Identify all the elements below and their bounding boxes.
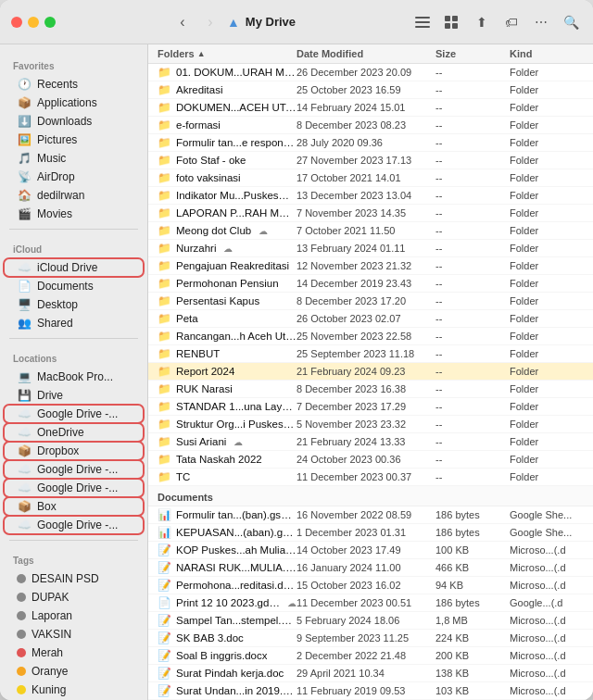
table-row[interactable]: 📁 LAPORAN P...RAH MULIA 7 November 2023 … bbox=[148, 205, 593, 222]
table-row[interactable]: 📁 Rancangan...h Aceh Utara 25 November 2… bbox=[148, 328, 593, 345]
table-row[interactable]: 📝 KOP Puskes...ah Mulia.doc 14 October 2… bbox=[148, 542, 593, 559]
table-row[interactable]: 📁 01. DOKUM...URAH MULIA 26 December 202… bbox=[148, 64, 593, 81]
table-row[interactable]: 📁 Formulir tan...e responses) 28 July 20… bbox=[148, 134, 593, 152]
file-kind: Microso...(.d bbox=[510, 544, 584, 556]
sidebar-item-documents[interactable]: 📄 Documents bbox=[4, 277, 144, 295]
file-kind: Folder bbox=[510, 84, 584, 95]
file-name-text: Print 12 10 2023.gdoc bbox=[176, 597, 280, 608]
sidebar-icon-google-drive-3: ☁️ bbox=[17, 481, 32, 494]
sidebar-label-oranye: Oranye bbox=[32, 665, 68, 678]
file-size: -- bbox=[435, 313, 510, 324]
table-row[interactable]: 📁 RENBUT 25 September 2023 11.18 -- Fold… bbox=[148, 345, 593, 363]
file-size: -- bbox=[435, 155, 510, 166]
table-row[interactable]: 📁 Meong dot Club ☁ 7 October 2021 11.50 … bbox=[148, 222, 593, 240]
table-row[interactable]: 📁 RUK Narasi 8 December 2023 16.38 -- Fo… bbox=[148, 381, 593, 398]
sidebar-item-dropbox[interactable]: 📦 Dropbox bbox=[4, 442, 144, 460]
table-row[interactable]: 📊 KEPUASAN...(aban).gsheet 1 December 20… bbox=[148, 524, 593, 542]
folder-icon: 📁 bbox=[158, 224, 171, 237]
col-name[interactable]: Folders ▲ bbox=[158, 48, 296, 59]
file-name-text: Surat Pindah kerja.doc bbox=[176, 668, 284, 679]
sidebar-item-dedilrwan[interactable]: 🏠 dedilrwan bbox=[4, 186, 144, 205]
table-row[interactable]: 📁 Struktur Org...i Puskesmas 5 November … bbox=[148, 416, 593, 433]
file-name-cell: 📝 Surat Pindah kerja.doc bbox=[158, 667, 296, 680]
tag-button[interactable]: 🏷 bbox=[500, 11, 523, 33]
sidebar-item-kuning[interactable]: Kuning bbox=[4, 681, 144, 699]
file-kind: Folder bbox=[510, 190, 584, 201]
list-view-button[interactable] bbox=[411, 11, 434, 33]
sidebar-item-merah[interactable]: Merah bbox=[4, 644, 144, 662]
sidebar-item-music[interactable]: 🎵 Music bbox=[4, 149, 144, 168]
table-row[interactable]: 📝 Soal B inggris.docx 2 December 2022 21… bbox=[148, 647, 593, 665]
sidebar-item-airdrop[interactable]: 📡 AirDrop bbox=[4, 168, 144, 186]
table-row[interactable]: 📝 SK BAB 3.doc 9 September 2023 11.25 22… bbox=[148, 630, 593, 647]
file-kind: Google She... bbox=[510, 527, 584, 538]
tags-label: Tags bbox=[0, 546, 147, 569]
sidebar-item-pictures[interactable]: 🖼️ Pictures bbox=[4, 131, 144, 149]
table-row[interactable]: 📁 Tata Naskah 2022 24 October 2023 00.36… bbox=[148, 451, 593, 469]
search-button[interactable]: 🔍 bbox=[560, 11, 582, 33]
sidebar-item-desktop[interactable]: 🖥️ Desktop bbox=[4, 295, 144, 314]
col-size[interactable]: Size bbox=[435, 48, 510, 59]
sidebar-item-downloads[interactable]: ⬇️ Downloads bbox=[4, 112, 144, 131]
share-button[interactable]: ⬆ bbox=[471, 11, 493, 33]
sidebar-item-laporan[interactable]: Laporan bbox=[4, 606, 144, 625]
sidebar-item-oranye[interactable]: Oranye bbox=[4, 662, 144, 681]
table-row[interactable]: 📝 Sampel Tan...stempel.docx 5 February 2… bbox=[148, 612, 593, 630]
sidebar-item-box[interactable]: 📦 Box bbox=[4, 497, 144, 516]
forward-button[interactable]: › bbox=[199, 11, 221, 33]
sidebar-item-google-drive-4[interactable]: ☁️ Google Drive -... bbox=[4, 516, 144, 534]
sidebar-item-google-drive-3[interactable]: ☁️ Google Drive -... bbox=[4, 479, 144, 497]
table-row[interactable]: 📁 Pengajuan Reakreditasi 12 November 202… bbox=[148, 257, 593, 275]
sidebar-item-desain-psd[interactable]: DESAIN PSD bbox=[4, 569, 144, 588]
maximize-button[interactable] bbox=[44, 17, 56, 28]
sidebar-item-dupak[interactable]: DUPAK bbox=[4, 588, 144, 606]
sidebar-label-desktop: Desktop bbox=[37, 298, 78, 311]
sidebar-item-google-drive-2[interactable]: ☁️ Google Drive -... bbox=[4, 460, 144, 479]
sidebar-item-shared[interactable]: 👥 Shared bbox=[4, 314, 144, 332]
file-list[interactable]: 📁 01. DOKUM...URAH MULIA 26 December 202… bbox=[148, 64, 593, 700]
sidebar-item-onedrive[interactable]: ☁️ OneDrive bbox=[4, 423, 144, 442]
table-row[interactable]: 📁 Persentasi Kapus 8 December 2023 17.20… bbox=[148, 293, 593, 310]
col-kind[interactable]: Kind bbox=[510, 48, 584, 59]
table-row[interactable]: 📁 Susi Ariani ☁ 21 February 2024 13.33 -… bbox=[148, 433, 593, 451]
sidebar-item-macbook[interactable]: 💻 MacBook Pro... bbox=[4, 368, 144, 386]
table-row[interactable]: 📁 Permohonan Pensiun 14 December 2019 23… bbox=[148, 275, 593, 293]
file-kind: Microso...(.d bbox=[510, 562, 584, 573]
table-row[interactable]: 📝 Permohona...reditasi.docx 15 October 2… bbox=[148, 577, 593, 594]
more-button[interactable]: ⋯ bbox=[530, 11, 552, 33]
sidebar-item-icloud-drive[interactable]: ☁️ iCloud Drive bbox=[4, 258, 144, 277]
sidebar-item-applications[interactable]: 📦 Applications bbox=[4, 94, 144, 112]
table-row[interactable]: 📝 NARASI RUK...MULIA.docx 16 January 202… bbox=[148, 559, 593, 577]
file-kind: Folder bbox=[510, 225, 584, 236]
table-row[interactable]: 📁 Report 2024 21 February 2024 09.23 -- … bbox=[148, 363, 593, 381]
table-row[interactable]: 📁 TC 11 December 2023 00.37 -- Folder bbox=[148, 469, 593, 486]
table-row[interactable]: 📝 Surat Pindah kerja.doc 29 April 2021 1… bbox=[148, 665, 593, 682]
file-date: 25 November 2023 22.58 bbox=[296, 331, 435, 342]
cloud-icon: ☁ bbox=[233, 437, 243, 447]
table-row[interactable]: 📁 Akreditasi 25 October 2023 16.59 -- Fo… bbox=[148, 81, 593, 99]
table-row[interactable]: 📁 Indikator Mu...Puskesmas 13 December 2… bbox=[148, 187, 593, 205]
table-row[interactable]: 📁 DOKUMEN...ACEH UTARA 14 February 2024 … bbox=[148, 99, 593, 117]
table-row[interactable]: 📁 foto vaksinasi 17 October 2021 14.01 -… bbox=[148, 169, 593, 187]
table-row[interactable]: 📁 e-formasi 8 December 2023 08.23 -- Fol… bbox=[148, 117, 593, 134]
table-row[interactable]: 📊 Formulir tan...(ban).gsheet 16 Novembe… bbox=[148, 506, 593, 524]
file-date: 5 November 2023 23.32 bbox=[296, 419, 435, 430]
sidebar-item-vaksin[interactable]: VAKSIN bbox=[4, 625, 144, 644]
sidebar-item-movies[interactable]: 🎬 Movies bbox=[4, 205, 144, 223]
sidebar-label-desain-psd: DESAIN PSD bbox=[32, 572, 99, 585]
table-row[interactable]: 📁 STANDAR 1...una Layanan 7 December 202… bbox=[148, 398, 593, 416]
grid-view-button[interactable] bbox=[441, 11, 463, 33]
sidebar-item-recents[interactable]: 🕐 Recents bbox=[4, 75, 144, 94]
close-button[interactable] bbox=[11, 17, 22, 28]
sidebar-item-drive[interactable]: 💾 Drive bbox=[4, 386, 144, 405]
table-row[interactable]: 📁 Foto Staf - oke 27 November 2023 17.13… bbox=[148, 152, 593, 169]
sidebar-item-google-drive-1[interactable]: ☁️ Google Drive -... bbox=[4, 405, 144, 423]
table-row[interactable]: 📁 Peta 26 October 2023 02.07 -- Folder bbox=[148, 310, 593, 328]
file-date: 16 January 2024 11.00 bbox=[296, 562, 435, 573]
col-date[interactable]: Date Modified bbox=[296, 48, 435, 59]
back-button[interactable]: ‹ bbox=[171, 11, 194, 33]
minimize-button[interactable] bbox=[28, 17, 39, 28]
table-row[interactable]: 📁 Nurzahri ☁ 13 February 2024 01.11 -- F… bbox=[148, 240, 593, 257]
table-row[interactable]: 📝 Surat Undan...in 2019.doc 11 February … bbox=[148, 682, 593, 700]
table-row[interactable]: 📄 Print 12 10 2023.gdoc ☁ 11 December 20… bbox=[148, 594, 593, 612]
